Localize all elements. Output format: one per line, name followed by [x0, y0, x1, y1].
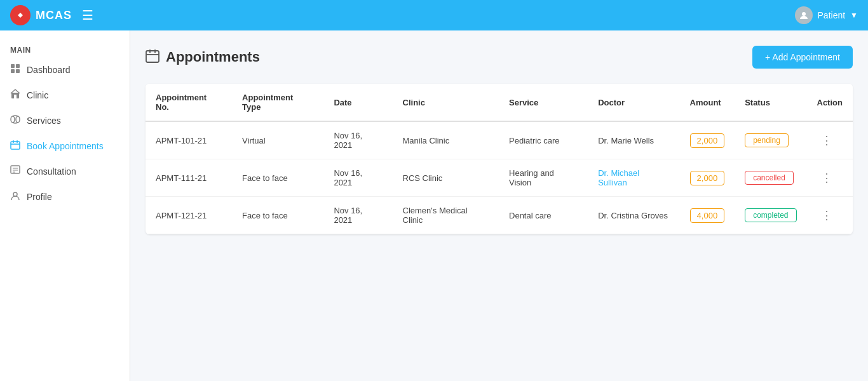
status-badge: completed: [745, 208, 796, 222]
profile-icon: [10, 190, 20, 203]
add-appointment-button[interactable]: + Add Appointment: [752, 46, 853, 69]
clinic-icon: [10, 89, 20, 102]
cell-appointment-type: Face to face: [232, 197, 323, 234]
amount-badge: 2,000: [690, 133, 725, 148]
sidebar-label-book-appointments: Book Appointments: [27, 141, 104, 151]
cell-doctor: Dr. Michael Sullivan: [588, 159, 679, 197]
sidebar-item-book-appointments[interactable]: Book Appointments: [0, 133, 130, 159]
page-title: Appointments: [166, 49, 260, 65]
cell-appointment-no: APMT-121-21: [146, 197, 232, 234]
calendar-icon: [146, 49, 159, 66]
table-header: Appointment No. Appointment Type Date Cl…: [146, 84, 853, 121]
header-right: Patient ▼: [795, 6, 858, 24]
hamburger-menu[interactable]: ☰: [82, 8, 93, 23]
cell-amount: 4,000: [680, 197, 735, 234]
amount-badge: 4,000: [690, 208, 725, 223]
sidebar-label-clinic: Clinic: [27, 90, 48, 100]
action-menu-button[interactable]: ⋮: [817, 132, 836, 149]
cell-appointment-no: APMT-101-21: [146, 121, 232, 159]
cell-appointment-type: Virtual: [232, 121, 323, 159]
dashboard-icon: [10, 64, 20, 76]
svg-rect-2: [11, 64, 15, 68]
svg-rect-7: [14, 95, 17, 98]
action-menu-button[interactable]: ⋮: [817, 207, 836, 224]
table-row: APMT-111-21 Face to face Nov 16, 2021 RC…: [146, 159, 853, 197]
cell-date: Nov 16, 2021: [323, 121, 392, 159]
cell-appointment-no: APMT-111-21: [146, 159, 232, 197]
table-row: APMT-101-21 Virtual Nov 16, 2021 Manila …: [146, 121, 853, 159]
cell-status: pending: [735, 121, 806, 159]
svg-rect-5: [16, 69, 20, 73]
status-badge: pending: [745, 133, 789, 147]
svg-rect-4: [11, 69, 15, 73]
cell-amount: 2,000: [680, 159, 735, 197]
logo-text: MCAS: [36, 9, 72, 22]
cell-clinic: Manila Clinic: [393, 121, 499, 159]
sidebar-label-services: Services: [27, 116, 61, 126]
col-date: Date: [323, 84, 392, 121]
col-appointment-type: Appointment Type: [232, 84, 323, 121]
col-amount: Amount: [680, 84, 735, 121]
col-service: Service: [499, 84, 588, 121]
page-header: Appointments + Add Appointment: [146, 46, 853, 69]
svg-rect-19: [146, 51, 159, 62]
sidebar-label-dashboard: Dashboard: [27, 65, 71, 75]
cell-amount: 2,000: [680, 121, 735, 159]
doctor-link[interactable]: Dr. Michael Sullivan: [598, 168, 639, 187]
cell-action: ⋮: [807, 159, 853, 197]
amount-badge: 2,000: [690, 171, 725, 185]
cell-service: Hearing and Vision: [499, 159, 588, 197]
cell-date: Nov 16, 2021: [323, 159, 392, 197]
cell-doctor: Dr. Cristina Groves: [588, 197, 679, 234]
cell-action: ⋮: [807, 197, 853, 234]
appointments-table-container: Appointment No. Appointment Type Date Cl…: [146, 84, 853, 234]
cell-status: cancelled: [735, 159, 806, 197]
action-menu-button[interactable]: ⋮: [817, 170, 836, 186]
consultation-icon: [10, 165, 20, 178]
page-title-area: Appointments: [146, 49, 260, 66]
sidebar-item-clinic[interactable]: Clinic: [0, 83, 130, 108]
cell-service: Pediatric care: [499, 121, 588, 159]
doctor-name: Dr. Cristina Groves: [598, 211, 668, 220]
col-appointment-no: Appointment No.: [146, 84, 232, 121]
logo-area: MCAS: [10, 5, 72, 25]
col-clinic: Clinic: [393, 84, 499, 121]
svg-point-9: [16, 116, 20, 123]
svg-rect-10: [11, 142, 20, 149]
services-icon: [10, 114, 20, 127]
cell-appointment-type: Face to face: [232, 159, 323, 197]
svg-point-1: [802, 12, 806, 16]
sidebar-label-consultation: Consultation: [27, 166, 76, 177]
col-doctor: Doctor: [588, 84, 679, 121]
cell-service: Dental care: [499, 197, 588, 234]
user-dropdown-arrow[interactable]: ▼: [850, 11, 858, 20]
svg-point-18: [13, 192, 17, 196]
sidebar: Main Dashboard Clinic: [0, 30, 130, 381]
cell-doctor: Dr. Marie Wells: [588, 121, 679, 159]
sidebar-label-profile: Profile: [27, 192, 52, 202]
svg-rect-3: [16, 64, 20, 68]
sidebar-item-dashboard[interactable]: Dashboard: [0, 57, 130, 83]
sidebar-item-consultation[interactable]: Consultation: [0, 159, 130, 184]
appointments-table: Appointment No. Appointment Type Date Cl…: [146, 84, 853, 234]
layout: Main Dashboard Clinic: [0, 30, 868, 381]
cell-clinic: Clemen's Medical Clinic: [393, 197, 499, 234]
cell-date: Nov 16, 2021: [323, 197, 392, 234]
header-left: MCAS ☰: [10, 5, 93, 25]
avatar: [795, 6, 813, 24]
cell-action: ⋮: [807, 121, 853, 159]
main-content: Appointments + Add Appointment Appointme…: [130, 30, 868, 381]
table-row: APMT-121-21 Face to face Nov 16, 2021 Cl…: [146, 197, 853, 234]
sidebar-item-profile[interactable]: Profile: [0, 184, 130, 210]
cell-status: completed: [735, 197, 806, 234]
col-status: Status: [735, 84, 806, 121]
sidebar-section-main: Main: [0, 41, 130, 57]
doctor-name: Dr. Marie Wells: [598, 136, 654, 145]
logo-icon: [10, 5, 31, 25]
user-label: Patient: [818, 10, 846, 20]
table-body: APMT-101-21 Virtual Nov 16, 2021 Manila …: [146, 121, 853, 234]
col-action: Action: [807, 84, 853, 121]
status-badge: cancelled: [745, 171, 794, 185]
sidebar-item-services[interactable]: Services: [0, 108, 130, 133]
table-header-row: Appointment No. Appointment Type Date Cl…: [146, 84, 853, 121]
